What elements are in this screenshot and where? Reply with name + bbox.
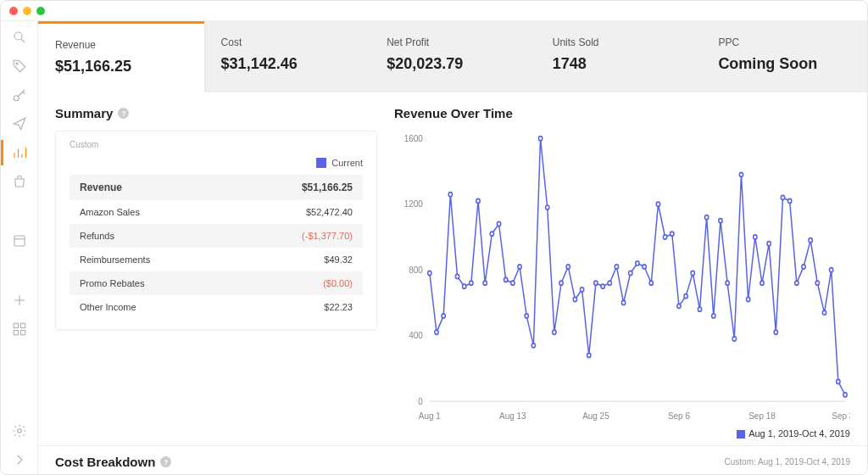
metrics-bar: Revenue$51,166.25Cost$31,142.46Net Profi… — [38, 21, 867, 92]
svg-point-42 — [531, 344, 535, 348]
metric-value: 1748 — [553, 55, 685, 73]
svg-point-40 — [518, 265, 521, 269]
svg-point-78 — [781, 195, 784, 199]
minimize-dot[interactable] — [23, 7, 31, 15]
svg-text:Sep 18: Sep 18 — [748, 410, 776, 421]
summary-row: Refunds(-$1,377.70) — [70, 224, 363, 248]
svg-line-1 — [21, 39, 25, 42]
svg-point-38 — [504, 277, 508, 282]
svg-point-73 — [746, 297, 749, 301]
svg-point-47 — [566, 265, 570, 269]
svg-text:1600: 1600 — [404, 132, 423, 143]
svg-point-45 — [553, 330, 556, 334]
svg-text:0: 0 — [418, 395, 423, 406]
book-icon[interactable] — [12, 233, 27, 249]
chevron-right-icon[interactable] — [12, 452, 27, 467]
svg-point-27 — [428, 271, 431, 275]
help-icon[interactable]: ? — [160, 456, 171, 467]
gear-icon[interactable] — [12, 423, 27, 439]
svg-point-84 — [822, 310, 826, 315]
svg-point-49 — [580, 288, 583, 292]
svg-point-75 — [760, 281, 764, 285]
svg-point-70 — [726, 281, 729, 285]
summary-row: Amazon Sales$52,472.40 — [70, 200, 363, 224]
tag-icon[interactable] — [12, 59, 27, 74]
svg-point-56 — [629, 271, 632, 275]
svg-point-58 — [643, 265, 646, 269]
svg-line-5 — [22, 92, 24, 93]
svg-point-72 — [739, 172, 743, 176]
metric-value: Coming Soon — [718, 55, 850, 73]
svg-point-50 — [587, 353, 591, 357]
svg-point-29 — [442, 314, 445, 318]
svg-point-46 — [559, 281, 563, 285]
metric-cost[interactable]: Cost$31,142.46 — [204, 21, 370, 92]
svg-point-37 — [497, 221, 500, 226]
svg-point-83 — [815, 281, 819, 285]
metric-ppc[interactable]: PPCComing Soon — [701, 21, 867, 92]
svg-point-48 — [573, 297, 576, 301]
row-value: $52,472.40 — [306, 207, 353, 217]
svg-point-79 — [787, 198, 791, 203]
summary-row: Other Income$22.23 — [70, 295, 363, 319]
send-icon[interactable] — [12, 116, 27, 131]
summary-card: Custom Current Revenue$51,166.25Amazon S… — [55, 131, 377, 330]
svg-text:Aug 13: Aug 13 — [499, 410, 526, 421]
svg-point-87 — [843, 393, 847, 397]
cost-breakdown-title: Cost Breakdown? — [55, 455, 171, 469]
svg-text:1200: 1200 — [404, 198, 423, 209]
legend-swatch — [316, 158, 326, 168]
svg-point-62 — [670, 232, 674, 236]
close-dot[interactable] — [9, 7, 18, 15]
footer-section: Cost Breakdown? Custom: Aug 1, 2019-Oct … — [38, 445, 867, 475]
chart-icon[interactable] — [12, 145, 27, 160]
summary-row: Reimbursements$49.32 — [70, 248, 363, 271]
svg-rect-13 — [20, 331, 25, 335]
svg-point-66 — [698, 307, 701, 311]
svg-point-34 — [476, 198, 480, 203]
svg-point-44 — [546, 205, 549, 210]
svg-point-36 — [490, 232, 493, 236]
svg-point-33 — [470, 281, 473, 285]
metric-units-sold[interactable]: Units Sold1748 — [536, 21, 702, 92]
maximize-dot[interactable] — [36, 7, 45, 15]
svg-point-53 — [608, 281, 611, 285]
metric-revenue[interactable]: Revenue$51,166.25 — [38, 21, 204, 92]
summary-period: Custom — [70, 140, 363, 149]
svg-point-68 — [712, 314, 715, 318]
svg-point-28 — [435, 330, 438, 334]
help-icon[interactable]: ? — [118, 108, 129, 119]
search-icon[interactable] — [12, 30, 27, 45]
svg-point-35 — [483, 281, 487, 285]
row-label: Refunds — [80, 231, 114, 241]
summary-row: Revenue$51,166.25 — [70, 175, 363, 200]
plus-icon[interactable] — [12, 293, 27, 308]
summary-title: Summary? — [55, 106, 377, 120]
row-label: Promo Rebates — [80, 278, 144, 288]
row-label: Amazon Sales — [80, 207, 140, 217]
svg-point-0 — [14, 32, 22, 40]
svg-point-65 — [691, 271, 694, 275]
bag-icon[interactable] — [12, 174, 27, 189]
svg-point-51 — [594, 281, 598, 285]
key-icon[interactable] — [12, 87, 27, 103]
chart-title: Revenue Over Time — [394, 106, 850, 120]
metric-net-profit[interactable]: Net Profit$20,023.79 — [370, 21, 536, 92]
window-titlebar — [1, 1, 867, 21]
metric-label: Units Sold — [553, 36, 685, 48]
metric-label: Cost — [221, 36, 353, 48]
svg-rect-10 — [14, 323, 18, 327]
svg-point-32 — [463, 284, 466, 288]
grid-icon[interactable] — [12, 321, 27, 337]
row-value: $51,166.25 — [302, 182, 353, 193]
svg-text:Aug 25: Aug 25 — [582, 410, 609, 421]
svg-point-71 — [732, 337, 736, 341]
svg-point-76 — [767, 242, 771, 246]
metric-label: Revenue — [55, 39, 187, 51]
svg-point-31 — [455, 274, 459, 278]
svg-point-67 — [704, 215, 708, 220]
summary-legend: Current — [70, 158, 363, 168]
metric-value: $51,166.25 — [55, 58, 187, 75]
footer-range: Custom: Aug 1, 2019-Oct 4, 2019 — [725, 457, 850, 467]
svg-rect-6 — [14, 236, 25, 246]
